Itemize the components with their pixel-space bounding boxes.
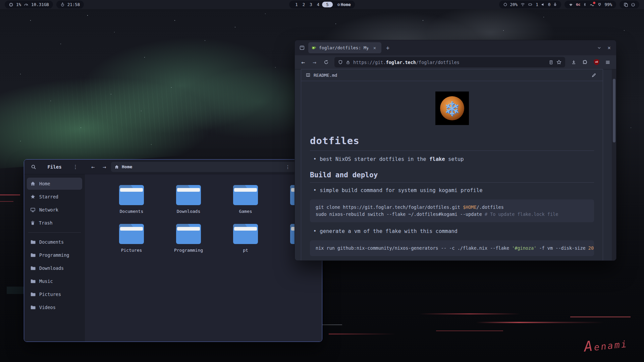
- scrollbar-thumb[interactable]: [613, 79, 615, 142]
- folder-tile-programming[interactable]: Programming: [163, 224, 214, 253]
- url-bar[interactable]: https://git.foglar.tech/foglar/dotfiles: [334, 57, 565, 67]
- bluetooth-icon[interactable]: [583, 2, 587, 7]
- workspace-1[interactable]: 1: [293, 2, 300, 7]
- sidebar-item-music[interactable]: Music: [27, 275, 82, 287]
- downloads-button[interactable]: [569, 57, 579, 67]
- browser-content: README.md ❄ dotfiles best NixOS starter …: [295, 69, 616, 260]
- workspace-5[interactable]: 5: [322, 2, 333, 7]
- workspace-2[interactable]: 2: [301, 2, 307, 7]
- folder-grid: DocumentsDownloadsGamesMusicPicturesProg…: [85, 174, 322, 253]
- microphone-icon: [553, 2, 557, 7]
- network-icon: [30, 207, 36, 213]
- battery-percent: 99%: [604, 2, 612, 7]
- lock-icon[interactable]: [346, 60, 350, 65]
- forward-button[interactable]: →: [100, 162, 109, 172]
- url-path: /foglar/dotfiles: [416, 60, 460, 65]
- browser-tab[interactable]: foglar/dotfiles: My ×: [308, 42, 381, 53]
- wave-notification-icon[interactable]: [589, 3, 595, 7]
- power-icon[interactable]: [631, 2, 635, 7]
- path-menu-button[interactable]: ⋮: [283, 162, 292, 172]
- sidebar-item-label: Videos: [39, 305, 56, 310]
- sidebar-item-home[interactable]: Home: [27, 178, 82, 190]
- list-item: generate a vm of the flake with this com…: [313, 228, 594, 234]
- folder-tile-pictures[interactable]: Pictures: [106, 224, 157, 253]
- red-glitch: [476, 322, 604, 323]
- gear-icon: ⚙: [337, 2, 340, 7]
- tracking-shield-icon[interactable]: [338, 60, 343, 65]
- folder-icon: [119, 185, 144, 205]
- sidebar-item-label: Network: [39, 207, 58, 213]
- folder-label: Downloads: [177, 209, 200, 214]
- sidebar-item-documents[interactable]: Documents: [27, 236, 82, 248]
- edit-pencil-icon[interactable]: [589, 70, 598, 80]
- readme-header: README.md: [301, 69, 603, 81]
- sidebar-item-label: Starred: [39, 194, 58, 199]
- back-button[interactable]: ←: [298, 57, 308, 67]
- workspace-switcher: 12345: [293, 2, 333, 7]
- folder-tile-games[interactable]: Games: [220, 185, 271, 214]
- extensions-puzzle-button[interactable]: [580, 57, 590, 67]
- book-icon: [306, 73, 311, 77]
- scrollbar[interactable]: [612, 69, 616, 260]
- folder-icon: [30, 265, 36, 271]
- code-block: git clone https://git.foglar.tech/foglar…: [310, 199, 594, 222]
- folder-tile-documents[interactable]: Documents: [106, 185, 157, 214]
- session-pill: [620, 1, 639, 8]
- signal-icon[interactable]: [569, 3, 573, 7]
- ublock-origin-button[interactable]: uO: [591, 57, 601, 67]
- browser-nav-bar: ← → https://git.foglar.tech/foglar/dotfi…: [295, 55, 616, 69]
- path-bar[interactable]: Home ⋮: [111, 162, 296, 172]
- files-content: DocumentsDownloadsGamesMusicPicturesProg…: [85, 174, 322, 342]
- brightness-level: 20%: [510, 2, 518, 7]
- folder-tile-downloads[interactable]: Downloads: [163, 185, 214, 214]
- folder-icon: [233, 185, 258, 205]
- sidebar-item-label: Home: [39, 181, 50, 186]
- folder-label: Pictures: [121, 248, 142, 253]
- clipboard-icon[interactable]: [624, 2, 628, 7]
- battery-icon: [528, 2, 533, 7]
- tab-close-icon[interactable]: ×: [371, 44, 378, 52]
- forward-button[interactable]: →: [310, 57, 320, 67]
- sidebar-item-videos[interactable]: Videos: [27, 301, 82, 313]
- system-stats-pill: 1% 10.31GB: [5, 1, 53, 8]
- folder-icon: [30, 252, 36, 258]
- folder-icon: [30, 305, 36, 310]
- current-path: Home: [122, 164, 132, 169]
- stopwatch-icon: [60, 2, 65, 7]
- files-body: HomeStarredNetworkTrashDocumentsProgramm…: [24, 174, 322, 342]
- bookmark-star-icon[interactable]: [556, 60, 561, 65]
- folder-icon: [176, 224, 201, 244]
- readme-section-heading: Build and deploy: [310, 171, 594, 183]
- search-button[interactable]: [29, 162, 38, 172]
- sidebar-item-starred[interactable]: Starred: [27, 191, 82, 203]
- list-tabs-chevron-icon[interactable]: [595, 44, 603, 52]
- red-glitch: [0, 201, 13, 202]
- mode-label: Home: [341, 2, 351, 7]
- hamburger-menu-button[interactable]: [603, 57, 613, 67]
- browser-tab-bar: foglar/dotfiles: My × + ×: [295, 40, 616, 55]
- sidebar-item-label: Pictures: [39, 292, 61, 297]
- back-button[interactable]: ←: [88, 162, 98, 172]
- workspace-3[interactable]: 3: [308, 2, 314, 7]
- folder-tile-pt[interactable]: pt: [220, 224, 271, 253]
- uc-tray-icon[interactable]: Ԍc: [576, 2, 580, 7]
- sidebar-item-downloads[interactable]: Downloads: [27, 262, 82, 274]
- reader-mode-icon[interactable]: [549, 60, 553, 65]
- plug-icon: [597, 2, 602, 7]
- workspace-4[interactable]: 4: [315, 2, 322, 7]
- folder-icon: [30, 279, 36, 284]
- app-menu-button[interactable]: ⋮: [71, 162, 80, 172]
- app-title: Files: [47, 164, 61, 170]
- speaker-icon: [541, 2, 545, 7]
- sidebar-item-programming[interactable]: Programming: [27, 249, 82, 261]
- reload-button[interactable]: [321, 57, 331, 67]
- cpu-icon: [9, 2, 13, 7]
- url-scheme: https://git.: [353, 60, 386, 65]
- firefox-view-icon[interactable]: [298, 44, 306, 52]
- window-close-button[interactable]: ×: [605, 44, 613, 52]
- tray-pill: Ԍc 99%: [565, 1, 616, 8]
- sidebar-item-network[interactable]: Network: [27, 204, 82, 216]
- sidebar-item-trash[interactable]: Trash: [27, 217, 82, 229]
- sidebar-item-pictures[interactable]: Pictures: [27, 288, 82, 300]
- new-tab-button[interactable]: +: [384, 44, 391, 52]
